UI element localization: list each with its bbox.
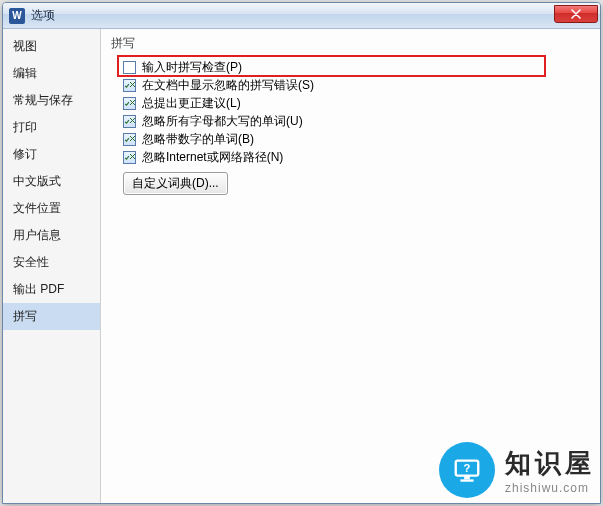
option-checkbox-1[interactable] bbox=[123, 79, 136, 92]
close-button[interactable] bbox=[554, 5, 598, 23]
option-checkbox-5[interactable] bbox=[123, 151, 136, 164]
close-icon bbox=[571, 9, 581, 19]
sidebar-item-5[interactable]: 中文版式 bbox=[3, 168, 100, 195]
sidebar-item-7[interactable]: 用户信息 bbox=[3, 222, 100, 249]
option-row-1: 在文档中显示忽略的拼写错误(S) bbox=[123, 76, 592, 94]
watermark-title: 知识屋 bbox=[505, 446, 595, 481]
sidebar-item-9[interactable]: 输出 PDF bbox=[3, 276, 100, 303]
sidebar-item-6[interactable]: 文件位置 bbox=[3, 195, 100, 222]
option-label-4: 忽略带数字的单词(B) bbox=[142, 131, 254, 148]
group-label: 拼写 bbox=[111, 35, 592, 52]
option-label-2: 总提出更正建议(L) bbox=[142, 95, 241, 112]
app-icon: W bbox=[9, 8, 25, 24]
watermark-url: zhishiwu.com bbox=[505, 481, 595, 495]
sidebar-item-3[interactable]: 打印 bbox=[3, 114, 100, 141]
option-checkbox-2[interactable] bbox=[123, 97, 136, 110]
titlebar: W 选项 bbox=[3, 3, 600, 29]
watermark-text: 知识屋 zhishiwu.com bbox=[505, 446, 595, 495]
svg-text:?: ? bbox=[464, 462, 471, 474]
svg-rect-1 bbox=[464, 476, 470, 480]
option-label-3: 忽略所有字母都大写的单词(U) bbox=[142, 113, 303, 130]
sidebar-item-0[interactable]: 视图 bbox=[3, 33, 100, 60]
body: 视图编辑常规与保存打印修订中文版式文件位置用户信息安全性输出 PDF拼写 拼写 … bbox=[3, 29, 600, 503]
option-checkbox-0[interactable] bbox=[123, 61, 136, 74]
sidebar-item-2[interactable]: 常规与保存 bbox=[3, 87, 100, 114]
option-label-1: 在文档中显示忽略的拼写错误(S) bbox=[142, 77, 314, 94]
sidebar-item-8[interactable]: 安全性 bbox=[3, 249, 100, 276]
sidebar-item-10[interactable]: 拼写 bbox=[3, 303, 100, 330]
sidebar-item-4[interactable]: 修订 bbox=[3, 141, 100, 168]
watermark-icon: ? bbox=[439, 442, 495, 498]
sidebar: 视图编辑常规与保存打印修订中文版式文件位置用户信息安全性输出 PDF拼写 bbox=[3, 29, 101, 503]
option-row-4: 忽略带数字的单词(B) bbox=[123, 130, 592, 148]
custom-dictionary-button[interactable]: 自定义词典(D)... bbox=[123, 172, 228, 195]
window-title: 选项 bbox=[31, 7, 554, 24]
watermark: ? 知识屋 zhishiwu.com bbox=[439, 442, 595, 498]
option-row-3: 忽略所有字母都大写的单词(U) bbox=[123, 112, 592, 130]
option-checkbox-4[interactable] bbox=[123, 133, 136, 146]
option-row-0: 输入时拼写检查(P) bbox=[123, 58, 592, 76]
svg-rect-2 bbox=[460, 479, 473, 481]
content-pane: 拼写 输入时拼写检查(P)在文档中显示忽略的拼写错误(S)总提出更正建议(L)忽… bbox=[101, 29, 600, 503]
option-label-5: 忽略Internet或网络路径(N) bbox=[142, 149, 283, 166]
option-label-0: 输入时拼写检查(P) bbox=[142, 59, 242, 76]
options-window: W 选项 视图编辑常规与保存打印修订中文版式文件位置用户信息安全性输出 PDF拼… bbox=[2, 2, 601, 504]
sidebar-item-1[interactable]: 编辑 bbox=[3, 60, 100, 87]
option-checkbox-3[interactable] bbox=[123, 115, 136, 128]
option-row-5: 忽略Internet或网络路径(N) bbox=[123, 148, 592, 166]
option-row-2: 总提出更正建议(L) bbox=[123, 94, 592, 112]
checkbox-group: 输入时拼写检查(P)在文档中显示忽略的拼写错误(S)总提出更正建议(L)忽略所有… bbox=[123, 58, 592, 166]
